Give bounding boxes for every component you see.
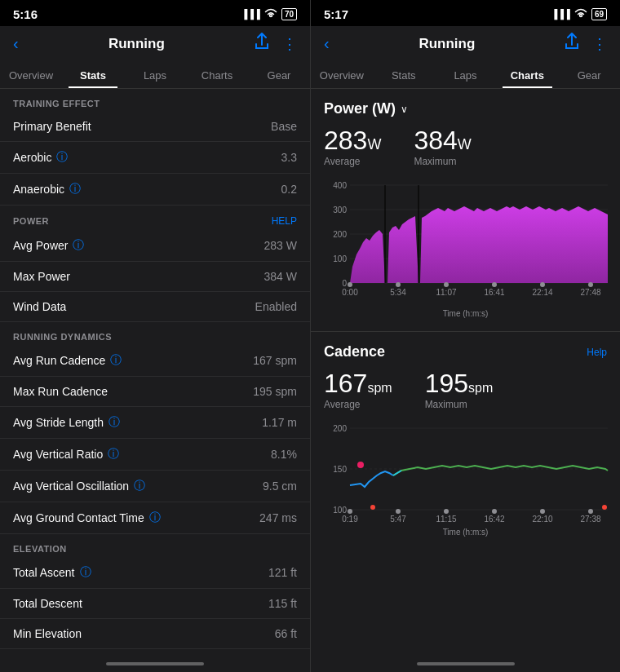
svg-point-31 xyxy=(370,505,375,510)
left-share-icon[interactable] xyxy=(255,33,269,55)
tab-laps-right[interactable]: Laps xyxy=(435,61,497,88)
left-content: TRAINING EFFECT Primary Benefit Base Aer… xyxy=(0,89,310,656)
power-max-unit: W xyxy=(458,136,472,153)
svg-point-30 xyxy=(357,462,364,468)
right-back-button[interactable]: ‹ xyxy=(324,34,330,53)
left-tabs: Overview Stats Laps Charts Gear xyxy=(0,61,310,89)
right-content: Power (W) ∨ 283W Average 384W Maximum xyxy=(311,89,620,656)
label-wind-data: Wind Data xyxy=(13,300,66,313)
right-signal-icon: ▐▐▐ xyxy=(551,9,569,19)
right-tabs: Overview Stats Laps Charts Gear xyxy=(311,61,620,89)
value-ground-contact: 247 ms xyxy=(259,511,297,524)
right-app-header: ‹ Running ⋮ xyxy=(311,26,620,61)
value-primary-benefit: Base xyxy=(271,120,297,133)
svg-point-38 xyxy=(588,509,593,514)
section-power: POWER xyxy=(13,216,49,226)
row-avg-cadence: Avg Run Cadence ⓘ 167 spm xyxy=(0,345,310,377)
label-stride-length: Avg Stride Length ⓘ xyxy=(13,415,120,430)
avg-cadence-info-icon[interactable]: ⓘ xyxy=(110,353,122,368)
stride-info-icon[interactable]: ⓘ xyxy=(108,415,120,430)
tab-charts-right[interactable]: Charts xyxy=(496,61,558,88)
left-status-bar: 5:16 ▐▐▐ 70 xyxy=(0,0,310,26)
power-dropdown-icon[interactable]: ∨ xyxy=(401,104,408,115)
svg-text:200: 200 xyxy=(333,424,347,433)
tab-stats-right[interactable]: Stats xyxy=(373,61,435,88)
avg-power-info-icon[interactable]: ⓘ xyxy=(73,238,84,253)
row-min-elevation: Min Elevation 66 ft xyxy=(0,619,310,649)
label-aerobic: Aerobic ⓘ xyxy=(13,150,68,165)
row-wind-data: Wind Data Enabled xyxy=(0,292,310,322)
value-min-elevation: 66 ft xyxy=(275,627,297,640)
vratio-info-icon[interactable]: ⓘ xyxy=(108,447,119,462)
right-panel: 5:17 ▐▐▐ 69 ‹ Running ⋮ Overview Stats L… xyxy=(310,0,620,672)
svg-point-16 xyxy=(540,282,545,287)
label-total-ascent: Total Ascent ⓘ xyxy=(13,565,91,580)
svg-text:27:48: 27:48 xyxy=(580,288,600,297)
power-max-value: 384W xyxy=(414,126,471,156)
value-anaerobic: 0.2 xyxy=(281,183,297,196)
anaerobic-info-icon[interactable]: ⓘ xyxy=(69,182,81,197)
label-vertical-ratio: Avg Vertical Ratio ⓘ xyxy=(13,447,119,462)
power-help-button[interactable]: HELP xyxy=(272,215,297,227)
left-battery: 70 xyxy=(281,8,297,20)
value-aerobic: 3.3 xyxy=(281,151,297,164)
row-vertical-ratio: Avg Vertical Ratio ⓘ 8.1% xyxy=(0,439,310,471)
tab-overview-left[interactable]: Overview xyxy=(0,61,62,88)
section-training-effect: TRAINING EFFECT xyxy=(0,89,310,112)
svg-text:0: 0 xyxy=(342,279,347,288)
cadence-max-label: Maximum xyxy=(425,399,494,410)
left-home-indicator xyxy=(0,656,310,672)
value-avg-cadence: 167 spm xyxy=(253,354,297,367)
svg-text:5:34: 5:34 xyxy=(390,288,406,297)
cadence-chart-title: Cadence xyxy=(324,343,385,360)
gct-info-icon[interactable]: ⓘ xyxy=(149,511,161,525)
cadence-stats-row: 167spm Average 195spm Maximum xyxy=(324,369,607,410)
svg-text:100: 100 xyxy=(333,254,347,263)
label-vertical-oscillation: Avg Vertical Oscillation ⓘ xyxy=(13,479,145,493)
svg-point-34 xyxy=(396,509,401,514)
power-chart-area[interactable]: 400 300 200 100 0 xyxy=(324,177,607,307)
tab-gear-right[interactable]: Gear xyxy=(558,61,620,88)
vosc-info-icon[interactable]: ⓘ xyxy=(134,479,145,493)
value-avg-power: 283 W xyxy=(264,239,297,252)
svg-text:11:07: 11:07 xyxy=(436,288,456,297)
aerobic-info-icon[interactable]: ⓘ xyxy=(56,150,68,165)
tab-gear-left[interactable]: Gear xyxy=(248,61,310,88)
ascent-info-icon[interactable]: ⓘ xyxy=(80,565,91,580)
right-home-indicator xyxy=(311,656,620,672)
power-chart-title-row: Power (W) ∨ xyxy=(324,100,607,117)
left-status-icons: ▐▐▐ 70 xyxy=(241,8,297,20)
svg-point-32 xyxy=(602,505,607,510)
svg-point-14 xyxy=(444,282,449,287)
right-time: 5:17 xyxy=(324,7,348,21)
cadence-help-button[interactable]: Help xyxy=(587,347,607,358)
svg-point-15 xyxy=(492,282,497,287)
svg-text:11:15: 11:15 xyxy=(436,515,456,524)
cadence-chart-area[interactable]: 200 150 100 xyxy=(324,420,607,526)
label-primary-benefit: Primary Benefit xyxy=(13,120,91,133)
value-max-power: 384 W xyxy=(264,270,297,283)
cadence-chart-section: Cadence Help 167spm Average 195spm Maxim… xyxy=(311,332,620,550)
cadence-header-row: Cadence Help xyxy=(324,343,607,360)
tab-stats-left[interactable]: Stats xyxy=(62,61,124,88)
left-home-bar xyxy=(106,662,204,665)
value-vertical-oscillation: 9.5 cm xyxy=(263,480,297,493)
svg-text:0:00: 0:00 xyxy=(342,288,358,297)
right-home-bar xyxy=(417,662,515,665)
tab-laps-left[interactable]: Laps xyxy=(124,61,186,88)
right-header-title: Running xyxy=(418,36,475,52)
power-stats-row: 283W Average 384W Maximum xyxy=(324,126,607,167)
label-avg-power: Avg Power ⓘ xyxy=(13,238,84,253)
row-vertical-oscillation: Avg Vertical Oscillation ⓘ 9.5 cm xyxy=(0,471,310,502)
svg-point-35 xyxy=(444,509,449,514)
right-more-icon[interactable]: ⋮ xyxy=(592,35,607,53)
label-max-cadence: Max Run Cadence xyxy=(13,385,108,398)
svg-point-33 xyxy=(348,509,352,514)
right-share-icon[interactable] xyxy=(565,33,579,55)
power-avg-value: 283W xyxy=(324,126,381,156)
power-avg-unit: W xyxy=(367,136,381,153)
left-more-icon[interactable]: ⋮ xyxy=(282,35,297,53)
left-back-button[interactable]: ‹ xyxy=(13,34,19,53)
tab-charts-left[interactable]: Charts xyxy=(186,61,248,88)
tab-overview-right[interactable]: Overview xyxy=(311,61,373,88)
